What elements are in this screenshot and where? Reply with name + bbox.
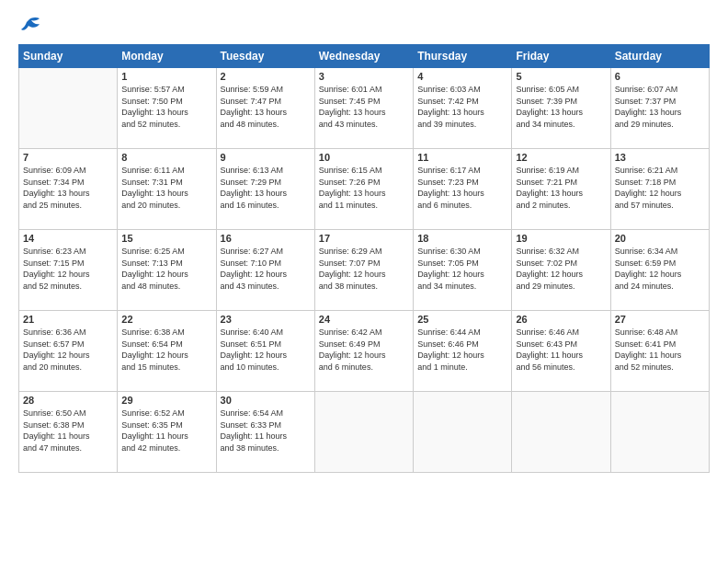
page: Sunday Monday Tuesday Wednesday Thursday…: [0, 0, 728, 563]
day-number: 19: [516, 233, 606, 244]
calendar-cell: 3Sunrise: 6:01 AM Sunset: 7:45 PM Daylig…: [314, 68, 413, 149]
calendar-cell: 26Sunrise: 6:46 AM Sunset: 6:43 PM Dayli…: [512, 311, 610, 392]
day-info: Sunrise: 6:17 AM Sunset: 7:23 PM Dayligh…: [417, 165, 507, 211]
day-number: 28: [23, 395, 113, 406]
calendar-cell: 9Sunrise: 6:13 AM Sunset: 7:29 PM Daylig…: [216, 149, 314, 230]
day-number: 26: [516, 314, 606, 325]
calendar-cell: 7Sunrise: 6:09 AM Sunset: 7:34 PM Daylig…: [19, 149, 118, 230]
header-wednesday: Wednesday: [314, 45, 413, 68]
day-info: Sunrise: 6:44 AM Sunset: 6:46 PM Dayligh…: [417, 327, 507, 373]
day-number: 29: [121, 395, 211, 406]
header-monday: Monday: [118, 45, 216, 68]
calendar-cell: 20Sunrise: 6:34 AM Sunset: 6:59 PM Dayli…: [610, 230, 709, 311]
calendar-cell: 8Sunrise: 6:11 AM Sunset: 7:31 PM Daylig…: [118, 149, 216, 230]
day-number: 30: [221, 395, 311, 406]
header-thursday: Thursday: [414, 45, 512, 68]
calendar-cell: 22Sunrise: 6:38 AM Sunset: 6:54 PM Dayli…: [118, 311, 216, 392]
day-info: Sunrise: 6:23 AM Sunset: 7:15 PM Dayligh…: [23, 246, 113, 292]
header: [18, 17, 710, 35]
day-number: 23: [221, 314, 311, 325]
day-number: 12: [516, 152, 606, 163]
calendar-cell: 29Sunrise: 6:52 AM Sunset: 6:35 PM Dayli…: [118, 392, 216, 473]
calendar-cell: [610, 392, 709, 473]
day-number: 22: [121, 314, 211, 325]
day-info: Sunrise: 6:30 AM Sunset: 7:05 PM Dayligh…: [417, 246, 507, 292]
calendar-cell: 11Sunrise: 6:17 AM Sunset: 7:23 PM Dayli…: [414, 149, 512, 230]
day-info: Sunrise: 6:21 AM Sunset: 7:18 PM Dayligh…: [615, 165, 705, 211]
day-info: Sunrise: 6:50 AM Sunset: 6:38 PM Dayligh…: [23, 408, 113, 454]
header-friday: Friday: [512, 45, 610, 68]
day-info: Sunrise: 6:01 AM Sunset: 7:45 PM Dayligh…: [319, 84, 409, 130]
day-number: 17: [319, 233, 409, 244]
header-saturday: Saturday: [610, 45, 709, 68]
day-number: 3: [319, 71, 409, 82]
calendar-cell: 30Sunrise: 6:54 AM Sunset: 6:33 PM Dayli…: [216, 392, 314, 473]
day-number: 8: [121, 152, 211, 163]
day-info: Sunrise: 6:42 AM Sunset: 6:49 PM Dayligh…: [319, 327, 409, 373]
day-number: 27: [615, 314, 705, 325]
calendar-cell: 14Sunrise: 6:23 AM Sunset: 7:15 PM Dayli…: [19, 230, 118, 311]
day-info: Sunrise: 6:07 AM Sunset: 7:37 PM Dayligh…: [615, 84, 705, 130]
day-number: 9: [221, 152, 311, 163]
day-number: 24: [319, 314, 409, 325]
calendar: Sunday Monday Tuesday Wednesday Thursday…: [18, 44, 710, 473]
calendar-cell: 2Sunrise: 5:59 AM Sunset: 7:47 PM Daylig…: [216, 68, 314, 149]
calendar-cell: 4Sunrise: 6:03 AM Sunset: 7:42 PM Daylig…: [414, 68, 512, 149]
day-number: 13: [615, 152, 705, 163]
day-number: 4: [417, 71, 507, 82]
calendar-week-row: 14Sunrise: 6:23 AM Sunset: 7:15 PM Dayli…: [19, 230, 710, 311]
day-info: Sunrise: 6:15 AM Sunset: 7:26 PM Dayligh…: [319, 165, 409, 211]
day-number: 15: [121, 233, 211, 244]
calendar-cell: 28Sunrise: 6:50 AM Sunset: 6:38 PM Dayli…: [19, 392, 118, 473]
calendar-cell: [19, 68, 118, 149]
day-number: 18: [417, 233, 507, 244]
day-info: Sunrise: 6:48 AM Sunset: 6:41 PM Dayligh…: [615, 327, 705, 373]
day-number: 1: [121, 71, 211, 82]
calendar-cell: 18Sunrise: 6:30 AM Sunset: 7:05 PM Dayli…: [414, 230, 512, 311]
calendar-week-row: 7Sunrise: 6:09 AM Sunset: 7:34 PM Daylig…: [19, 149, 710, 230]
day-number: 2: [221, 71, 311, 82]
calendar-week-row: 1Sunrise: 5:57 AM Sunset: 7:50 PM Daylig…: [19, 68, 710, 149]
calendar-cell: 13Sunrise: 6:21 AM Sunset: 7:18 PM Dayli…: [610, 149, 709, 230]
day-info: Sunrise: 6:38 AM Sunset: 6:54 PM Dayligh…: [121, 327, 211, 373]
day-number: 14: [23, 233, 113, 244]
calendar-cell: 17Sunrise: 6:29 AM Sunset: 7:07 PM Dayli…: [314, 230, 413, 311]
calendar-cell: 23Sunrise: 6:40 AM Sunset: 6:51 PM Dayli…: [216, 311, 314, 392]
day-number: 16: [221, 233, 311, 244]
calendar-cell: 1Sunrise: 5:57 AM Sunset: 7:50 PM Daylig…: [118, 68, 216, 149]
day-info: Sunrise: 6:09 AM Sunset: 7:34 PM Dayligh…: [23, 165, 113, 211]
day-info: Sunrise: 6:46 AM Sunset: 6:43 PM Dayligh…: [516, 327, 606, 373]
day-info: Sunrise: 6:11 AM Sunset: 7:31 PM Dayligh…: [121, 165, 211, 211]
calendar-cell: [512, 392, 610, 473]
day-info: Sunrise: 6:03 AM Sunset: 7:42 PM Dayligh…: [417, 84, 507, 130]
calendar-cell: 16Sunrise: 6:27 AM Sunset: 7:10 PM Dayli…: [216, 230, 314, 311]
logo-bird-icon: [21, 17, 41, 37]
calendar-cell: 15Sunrise: 6:25 AM Sunset: 7:13 PM Dayli…: [118, 230, 216, 311]
day-info: Sunrise: 6:25 AM Sunset: 7:13 PM Dayligh…: [121, 246, 211, 292]
calendar-week-row: 21Sunrise: 6:36 AM Sunset: 6:57 PM Dayli…: [19, 311, 710, 392]
calendar-cell: [314, 392, 413, 473]
calendar-cell: 21Sunrise: 6:36 AM Sunset: 6:57 PM Dayli…: [19, 311, 118, 392]
calendar-cell: 24Sunrise: 6:42 AM Sunset: 6:49 PM Dayli…: [314, 311, 413, 392]
day-number: 7: [23, 152, 113, 163]
day-info: Sunrise: 6:36 AM Sunset: 6:57 PM Dayligh…: [23, 327, 113, 373]
day-number: 20: [615, 233, 705, 244]
calendar-cell: 19Sunrise: 6:32 AM Sunset: 7:02 PM Dayli…: [512, 230, 610, 311]
day-info: Sunrise: 6:32 AM Sunset: 7:02 PM Dayligh…: [516, 246, 606, 292]
day-info: Sunrise: 6:27 AM Sunset: 7:10 PM Dayligh…: [221, 246, 311, 292]
day-info: Sunrise: 6:34 AM Sunset: 6:59 PM Dayligh…: [615, 246, 705, 292]
day-number: 6: [615, 71, 705, 82]
calendar-cell: 10Sunrise: 6:15 AM Sunset: 7:26 PM Dayli…: [314, 149, 413, 230]
calendar-cell: 12Sunrise: 6:19 AM Sunset: 7:21 PM Dayli…: [512, 149, 610, 230]
day-info: Sunrise: 6:52 AM Sunset: 6:35 PM Dayligh…: [121, 408, 211, 454]
day-number: 21: [23, 314, 113, 325]
calendar-cell: [414, 392, 512, 473]
day-number: 5: [516, 71, 606, 82]
header-tuesday: Tuesday: [216, 45, 314, 68]
calendar-cell: 6Sunrise: 6:07 AM Sunset: 7:37 PM Daylig…: [610, 68, 709, 149]
day-info: Sunrise: 6:29 AM Sunset: 7:07 PM Dayligh…: [319, 246, 409, 292]
day-number: 11: [417, 152, 507, 163]
header-sunday: Sunday: [19, 45, 118, 68]
day-info: Sunrise: 6:05 AM Sunset: 7:39 PM Dayligh…: [516, 84, 606, 130]
day-info: Sunrise: 6:54 AM Sunset: 6:33 PM Dayligh…: [221, 408, 311, 454]
